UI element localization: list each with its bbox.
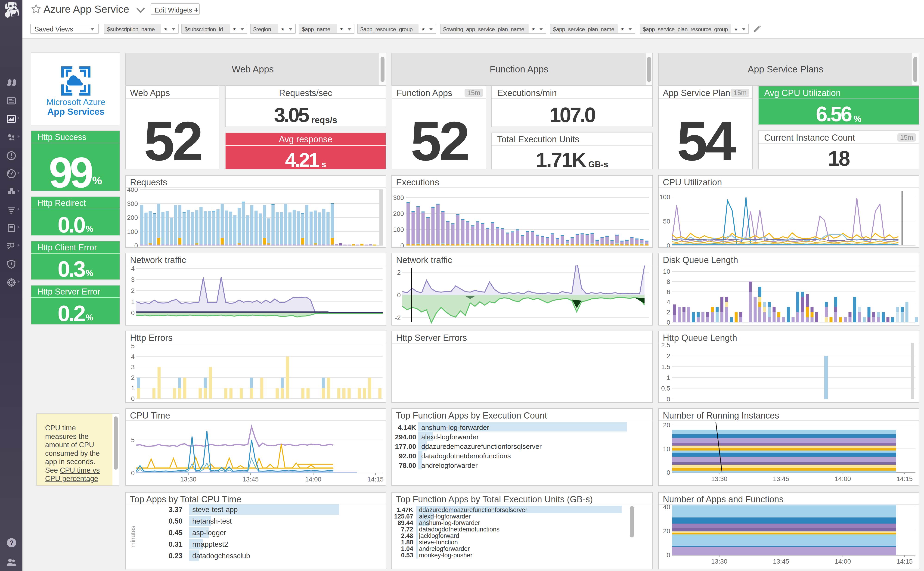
svg-text:100: 100 xyxy=(659,193,670,201)
svg-text:40: 40 xyxy=(663,505,670,511)
svg-text:14:15: 14:15 xyxy=(896,558,913,565)
svg-text:14:15: 14:15 xyxy=(896,475,913,482)
svg-text:1: 1 xyxy=(131,298,135,306)
svg-text:2: 2 xyxy=(666,352,670,360)
svg-text:8: 8 xyxy=(666,278,670,285)
svg-text:14:00: 14:00 xyxy=(835,558,851,565)
svg-text:0: 0 xyxy=(666,469,670,476)
svg-text:-2: -2 xyxy=(395,314,401,321)
svg-text:2: 2 xyxy=(131,287,135,294)
svg-text:13:30: 13:30 xyxy=(711,475,727,482)
svg-text:13:45: 13:45 xyxy=(773,475,789,482)
svg-text:10: 10 xyxy=(663,445,670,452)
svg-text:200: 200 xyxy=(393,210,404,217)
svg-text:4: 4 xyxy=(666,298,670,306)
svg-text:4: 4 xyxy=(131,265,135,272)
svg-text:2.5: 2.5 xyxy=(661,343,670,349)
svg-text:50: 50 xyxy=(663,218,670,225)
svg-text:300: 300 xyxy=(393,194,404,201)
svg-text:2: 2 xyxy=(397,269,401,276)
svg-text:6: 6 xyxy=(666,288,670,295)
svg-text:4: 4 xyxy=(131,353,135,360)
svg-text:1: 1 xyxy=(666,374,670,381)
svg-text:0: 0 xyxy=(134,242,138,248)
svg-text:0: 0 xyxy=(131,309,135,316)
svg-text:5: 5 xyxy=(131,436,135,443)
svg-text:14:00: 14:00 xyxy=(305,476,321,483)
svg-text:0: 0 xyxy=(400,242,404,248)
svg-text:0: 0 xyxy=(397,292,401,299)
svg-text:100: 100 xyxy=(127,228,138,235)
svg-text:10: 10 xyxy=(663,268,670,275)
svg-text:13:45: 13:45 xyxy=(773,558,789,565)
svg-text:1: 1 xyxy=(131,384,135,392)
svg-text:2: 2 xyxy=(666,309,670,316)
svg-text:0: 0 xyxy=(666,552,670,559)
svg-text:2: 2 xyxy=(131,374,135,381)
svg-text:3: 3 xyxy=(131,276,135,283)
svg-text:5: 5 xyxy=(131,343,135,350)
svg-text:0: 0 xyxy=(131,395,135,402)
svg-text:1.5: 1.5 xyxy=(661,363,670,370)
svg-text:0: 0 xyxy=(131,469,135,477)
svg-text:0: 0 xyxy=(666,319,670,325)
svg-text:13:30: 13:30 xyxy=(711,558,727,565)
svg-text:0: 0 xyxy=(666,396,670,403)
svg-text:13:30: 13:30 xyxy=(180,476,196,483)
svg-text:20: 20 xyxy=(663,421,670,429)
svg-text:200: 200 xyxy=(127,214,138,221)
svg-text:0: 0 xyxy=(666,242,670,248)
svg-text:14:00: 14:00 xyxy=(835,475,851,482)
svg-text:14:15: 14:15 xyxy=(367,476,384,483)
svg-text:0.5: 0.5 xyxy=(661,385,670,392)
svg-text:100: 100 xyxy=(393,226,404,233)
svg-text:400: 400 xyxy=(127,188,138,193)
svg-text:3: 3 xyxy=(131,363,135,370)
svg-text:300: 300 xyxy=(127,200,138,207)
svg-text:13:45: 13:45 xyxy=(242,476,259,483)
svg-text:20: 20 xyxy=(663,528,670,535)
